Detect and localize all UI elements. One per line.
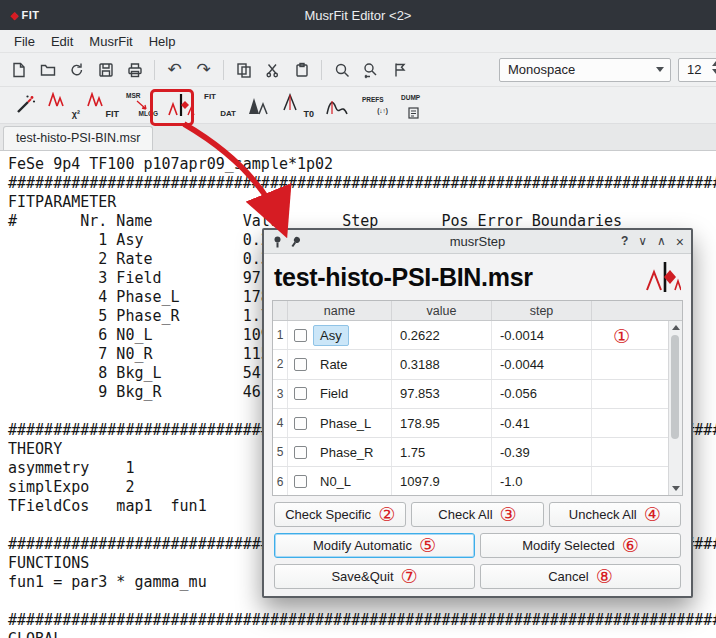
goto-line-button[interactable] (386, 56, 413, 83)
param-name-cell[interactable]: Field (313, 383, 355, 404)
menu-musrfit[interactable]: MusrFit (81, 32, 140, 51)
param-name-cell[interactable]: N0_L (313, 471, 358, 492)
param-step-cell[interactable]: -0.41 (492, 409, 592, 437)
help-icon[interactable]: ? (621, 235, 628, 249)
param-step-cell[interactable]: -0.0044 (492, 350, 592, 378)
app-logo-text: FIT (21, 9, 39, 21)
column-header-step[interactable]: step (492, 301, 592, 320)
musrft-button[interactable] (320, 90, 354, 121)
mlog2msr-button[interactable] (242, 90, 276, 121)
open-file-button[interactable] (34, 56, 61, 83)
musrdump-button[interactable]: DUMP (398, 90, 432, 121)
annotation-2: ② (378, 505, 395, 524)
check-all-button[interactable]: Check All ③ (411, 502, 543, 527)
undo-icon: ↶ (167, 61, 181, 78)
spinner-arrows-icon[interactable] (712, 61, 716, 74)
cut-button[interactable] (259, 56, 286, 83)
font-size-value: 12 (687, 62, 701, 77)
window-titlebar[interactable]: ◆ FIT MusrFit Editor <2> (0, 0, 716, 30)
musrdump-icon (408, 107, 420, 119)
param-value-cell[interactable]: 1.75 (392, 438, 492, 466)
scroll-up-icon[interactable] (669, 321, 682, 334)
row-checkbox[interactable] (294, 387, 307, 400)
dialog-heading-row: test-histo-PSI-BIN.msr (264, 254, 691, 300)
font-size-spinbox[interactable]: 12 (678, 58, 716, 82)
param-step-cell[interactable]: -0.056 (492, 380, 592, 408)
param-value-cell[interactable]: 0.3188 (392, 350, 492, 378)
paste-button[interactable] (288, 56, 315, 83)
cancel-button[interactable]: Cancel ⑧ (480, 564, 681, 589)
reload-button[interactable] (63, 56, 90, 83)
save-quit-button[interactable]: Save&Quit ⑦ (274, 564, 475, 589)
modify-automatic-button[interactable]: Modify Automatic ⑤ (274, 533, 475, 558)
column-header-value[interactable]: value (392, 301, 492, 320)
scroll-down-icon[interactable] (669, 482, 682, 495)
close-icon[interactable]: × (676, 235, 684, 249)
musrt0-button[interactable]: T0 (281, 90, 315, 121)
modify-automatic-label: Modify Automatic (313, 538, 412, 553)
param-name-cell[interactable]: Rate (313, 354, 354, 375)
toolbar-separator (321, 60, 322, 80)
check-all-label: Check All (438, 507, 492, 522)
scrollbar-thumb[interactable] (671, 335, 679, 439)
paste-icon (293, 61, 311, 79)
param-name-cell[interactable]: Phase_L (313, 413, 378, 434)
param-name-cell[interactable]: Phase_R (313, 442, 380, 463)
shade-icon[interactable]: ∨ (638, 235, 647, 249)
param-value-cell[interactable]: 97.853 (392, 380, 492, 408)
unshade-icon[interactable]: ∧ (657, 235, 666, 249)
undo-button[interactable]: ↶ (161, 56, 188, 83)
row-checkbox[interactable] (294, 358, 307, 371)
toolbar-separator (223, 60, 224, 80)
save-icon (97, 61, 115, 79)
row-checkbox[interactable] (294, 475, 307, 488)
print-button[interactable] (121, 56, 148, 83)
calc-chisq-button[interactable]: χ² (47, 90, 81, 121)
menu-file[interactable]: File (6, 32, 43, 51)
param-name-cell[interactable]: Asy (313, 325, 349, 346)
redo-icon: ↷ (196, 61, 210, 78)
check-specific-button[interactable]: Check Specific ② (274, 502, 406, 527)
window-title: MusrFit Editor <2> (0, 8, 716, 23)
table-corner (273, 301, 288, 320)
param-value-cell[interactable]: 178.95 (392, 409, 492, 437)
musr-wizard-button[interactable] (8, 90, 42, 121)
search-replace-icon (362, 61, 380, 79)
table-scrollbar[interactable] (668, 321, 682, 495)
tab-test-histo-psi-bin-msr[interactable]: test-histo-PSI-BIN.msr (3, 126, 153, 150)
dialog-titlebar[interactable]: musrStep ? ∨ ∧ × (264, 230, 691, 254)
table-row: 2 Rate 0.3188 -0.0044 (273, 350, 682, 379)
uncheck-all-button[interactable]: Uncheck All ④ (549, 502, 681, 527)
font-family-combobox[interactable]: Monospace (499, 58, 671, 82)
pin-icon[interactable] (271, 235, 284, 249)
find-button[interactable] (328, 56, 355, 83)
musrview-button[interactable]: FIT DAT (203, 90, 237, 121)
new-document-icon (10, 61, 28, 79)
row-checkbox[interactable] (294, 417, 307, 430)
redo-button[interactable]: ↷ (190, 56, 217, 83)
musrstep-dialog: musrStep ? ∨ ∧ × test-histo-PSI-BIN.msr … (262, 228, 693, 598)
menubar: File Edit MusrFit Help (0, 30, 716, 53)
musrfit-editor-window: ◆ FIT MusrFit Editor <2> File Edit MusrF… (0, 0, 716, 638)
musr-wizard-icon (13, 93, 37, 117)
param-value-cell[interactable]: 1097.9 (392, 467, 492, 495)
param-step-cell[interactable]: -0.0014 (492, 321, 592, 349)
find-replace-button[interactable] (357, 56, 384, 83)
copy-button[interactable] (230, 56, 257, 83)
param-value-cell[interactable]: 0.2622 (392, 321, 492, 349)
modify-selected-button[interactable]: Modify Selected ⑥ (480, 533, 681, 558)
musrt0-icon (282, 92, 300, 112)
param-step-cell[interactable]: -1.0 (492, 467, 592, 495)
cut-icon (264, 61, 282, 79)
row-checkbox[interactable] (294, 329, 307, 342)
column-header-name[interactable]: name (288, 301, 392, 320)
musrfit-button[interactable]: FIT (86, 90, 120, 121)
menu-edit[interactable]: Edit (43, 32, 81, 51)
musrfit-icon (87, 92, 109, 108)
row-checkbox[interactable] (294, 446, 307, 459)
menu-help[interactable]: Help (141, 32, 184, 51)
musrprefs-button[interactable]: PREFS (↓↑) (359, 90, 393, 121)
new-document-button[interactable] (5, 56, 32, 83)
save-button[interactable] (92, 56, 119, 83)
param-step-cell[interactable]: -0.39 (492, 438, 592, 466)
